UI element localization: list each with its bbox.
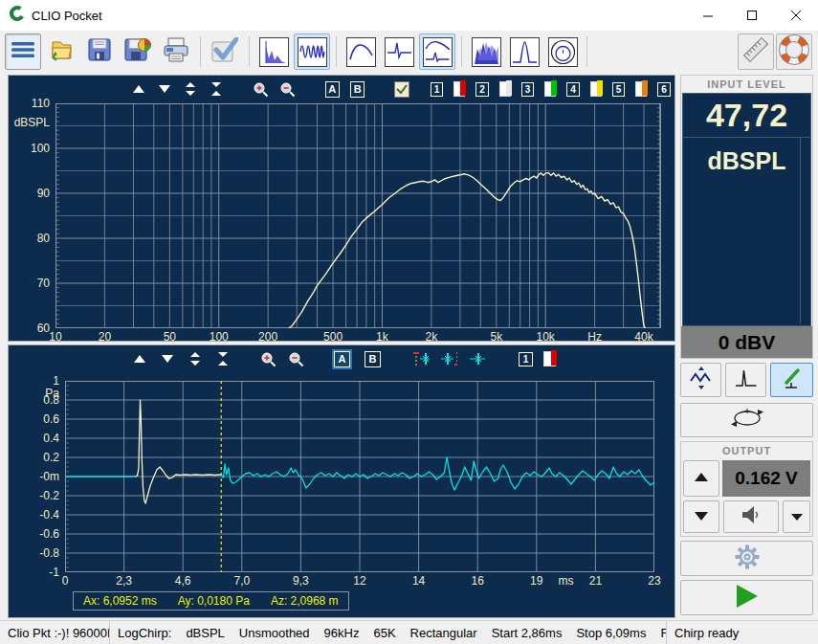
calibrate-button[interactable] [738, 33, 774, 70]
view-qc-button[interactable] [506, 33, 542, 70]
loop-measurement-button[interactable] [680, 403, 813, 437]
y-tick-label: 0.4 [43, 432, 59, 445]
down-arrow-icon [694, 508, 709, 525]
input-level-header: INPUT LEVEL [681, 76, 812, 93]
impulse-response-plot[interactable] [65, 381, 654, 572]
overlay-3-file-icon[interactable] [544, 81, 556, 97]
save-as-button[interactable] [120, 33, 156, 70]
view-freq-impulse-button[interactable] [419, 33, 455, 70]
overlay-6-button[interactable]: 6 [657, 82, 671, 97]
expand-scale-button[interactable] [187, 350, 204, 367]
minimize-button[interactable] [686, 0, 730, 31]
bottom-graph-toolbar: A B 1 [9, 347, 674, 370]
zoom-in-button[interactable] [253, 80, 269, 98]
overlay-5-file-icon[interactable] [635, 81, 647, 97]
x-tick-label: 100 [210, 330, 229, 344]
close-button[interactable] [774, 0, 818, 31]
zoom-out-button[interactable] [287, 350, 304, 367]
resonance-peak-icon [510, 37, 540, 67]
view-frequency-response-button[interactable] [343, 33, 379, 70]
y-tick-label: 80 [37, 232, 50, 245]
toolbar-separator [249, 36, 250, 67]
x-tick-label: 20 [99, 330, 111, 344]
gear-icon [731, 541, 763, 577]
input-impulse-mode-button[interactable] [725, 363, 766, 397]
overlay-4-button[interactable]: 4 [566, 82, 580, 97]
y-tick-label: 110 [32, 97, 50, 110]
overlay-1-file-icon[interactable] [543, 351, 556, 366]
frequency-response-plot[interactable] [55, 103, 661, 328]
compress-scale-button[interactable] [214, 350, 232, 367]
maximize-button[interactable] [730, 0, 774, 31]
x-tick-label: 5k [490, 330, 502, 344]
y-tick-label: -0m [39, 470, 59, 483]
view-polar-button[interactable] [544, 33, 581, 70]
view-impulse-button[interactable] [381, 33, 417, 70]
overlay-1-button[interactable]: 1 [431, 82, 444, 97]
window-title: CLIO Pocket [32, 9, 102, 23]
verify-connection-button[interactable] [207, 33, 243, 70]
x-tick-label: 2,3 [116, 574, 132, 588]
overlay-4-file-icon[interactable] [590, 81, 602, 97]
open-folder-icon [48, 36, 75, 67]
status-item: Unsmoothed [239, 626, 310, 640]
menu-button[interactable] [5, 33, 41, 70]
curve-b-button[interactable]: B [350, 81, 365, 98]
run-measurement-button[interactable] [680, 580, 813, 615]
y-tick-label: -0.6 [39, 527, 59, 541]
scale-up-button[interactable] [131, 350, 148, 367]
zoom-out-button[interactable] [279, 80, 296, 98]
window-start-marker-button[interactable] [412, 350, 430, 367]
scale-down-button[interactable] [157, 80, 172, 98]
input-mic-mode-button[interactable] [770, 363, 813, 397]
y-tick-label: -0.4 [39, 508, 59, 522]
print-button[interactable] [158, 33, 194, 70]
zoom-in-button[interactable] [259, 350, 276, 367]
curve-a-button[interactable]: A [334, 351, 350, 367]
overlay-2-button[interactable]: 2 [475, 82, 489, 97]
window-stop-marker-button[interactable] [440, 350, 457, 367]
input-level-unit: dBSPL [683, 147, 810, 175]
marker-button[interactable] [468, 350, 485, 367]
input-range-display[interactable]: 0 dBV [681, 326, 812, 358]
y-tick-label: 100 [31, 142, 50, 155]
output-mute-button[interactable] [723, 500, 779, 533]
curve-b-button[interactable]: B [365, 351, 381, 367]
curve-a-button[interactable]: A [325, 81, 340, 98]
overlay-3-button[interactable]: 3 [521, 82, 535, 97]
overlay-1-file-icon[interactable] [453, 81, 465, 97]
compress-scale-button[interactable] [209, 80, 224, 98]
view-chirp-button[interactable] [294, 33, 330, 70]
y-tick-label: -0.2 [39, 489, 59, 502]
marker-ax-value: Ax: 6,0952 ms [83, 594, 157, 608]
help-button[interactable] [776, 33, 812, 70]
expand-scale-button[interactable] [183, 80, 198, 98]
status-device: Clio Pkt :-)! 96000Hz [0, 621, 110, 644]
overlay-1-button[interactable]: 1 [519, 352, 533, 366]
x-tick-label: Hz [587, 330, 602, 344]
chirp-waveform-icon [298, 37, 327, 67]
x-tick-label: 1k [376, 330, 388, 344]
output-level-up-button[interactable] [683, 460, 719, 497]
view-waterfall-button[interactable] [468, 33, 504, 70]
output-level-down-button[interactable] [683, 500, 719, 533]
save-button[interactable] [81, 33, 118, 70]
scale-down-button[interactable] [159, 350, 176, 367]
settings-button[interactable] [680, 541, 813, 576]
marker-ay-value: Ay: 0,0180 Pa [178, 594, 250, 608]
overlay-checkbox[interactable] [394, 81, 409, 98]
view-fft-button[interactable] [255, 33, 292, 70]
overlay-5-button[interactable]: 5 [612, 82, 626, 97]
bottom-x-axis-labels: 02,34,67,09,312141619ms2123 [65, 574, 670, 588]
x-tick-label: 2k [426, 330, 438, 344]
play-icon [736, 584, 759, 612]
status-item: Stop 6,09ms [576, 626, 646, 640]
input-autorange-button[interactable] [680, 363, 721, 397]
scale-up-button[interactable] [131, 80, 146, 98]
toolbar-separator [461, 36, 462, 67]
y-tick-label: 0.6 [43, 412, 59, 426]
output-channel-dropdown[interactable] [783, 500, 810, 533]
open-file-button[interactable] [43, 33, 79, 70]
overlay-2-file-icon[interactable] [499, 81, 511, 97]
y-tick-label: 0.8 [43, 393, 59, 407]
